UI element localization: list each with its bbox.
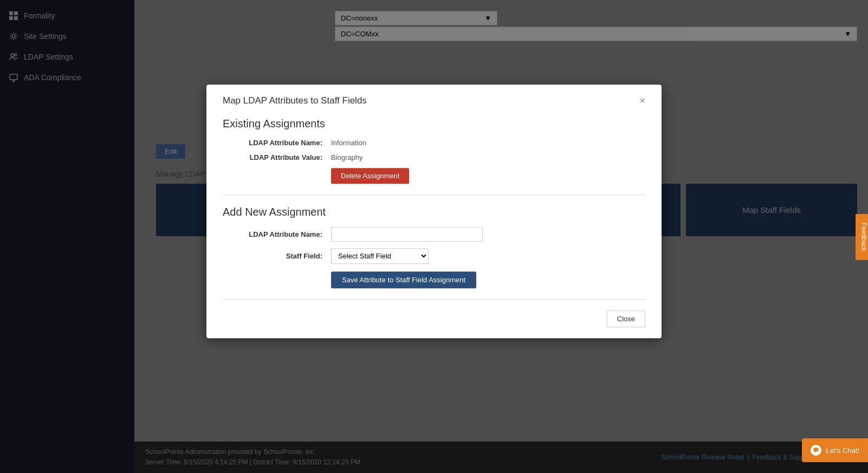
staff-field-label: Staff Field: — [223, 252, 331, 260]
save-assignment-button[interactable]: Save Attribute to Staff Field Assignment — [331, 271, 476, 288]
existing-section-title: Existing Assignments — [223, 118, 645, 130]
modal: Map LDAP Attributes to Staff Fields × Ex… — [206, 85, 662, 338]
modal-close-button[interactable]: × — [639, 95, 645, 107]
existing-value-value: Biography — [331, 153, 363, 161]
existing-name-row: LDAP Attribute Name: Information — [223, 139, 645, 147]
feedback-tab[interactable]: Feedback — [856, 213, 868, 260]
add-name-row: LDAP Attribute Name: — [223, 227, 645, 242]
staff-field-select[interactable]: Select Staff Field — [331, 248, 429, 264]
chat-icon — [811, 445, 821, 456]
modal-divider — [223, 195, 645, 195]
add-ldap-attr-name-label: LDAP Attribute Name: — [223, 230, 331, 238]
live-chat-button[interactable]: Let's Chat! — [802, 438, 868, 462]
delete-assignment-button[interactable]: Delete Assignment — [331, 168, 409, 184]
modal-title: Map LDAP Attributes to Staff Fields — [223, 95, 367, 106]
modal-footer-divider — [223, 299, 645, 300]
existing-value-row: LDAP Attribute Value: Biography — [223, 153, 645, 161]
live-chat-label: Let's Chat! — [826, 446, 859, 455]
ldap-attr-value-label: LDAP Attribute Value: — [223, 153, 331, 161]
modal-header: Map LDAP Attributes to Staff Fields × — [223, 95, 645, 107]
modal-close-bottom-button[interactable]: Close — [607, 310, 645, 327]
ldap-attribute-name-input[interactable] — [331, 227, 483, 242]
ldap-attr-name-label: LDAP Attribute Name: — [223, 139, 331, 147]
modal-footer: Close — [223, 310, 645, 327]
existing-assignments-section: Existing Assignments LDAP Attribute Name… — [223, 118, 645, 184]
staff-field-row: Staff Field: Select Staff Field ▼ — [223, 248, 645, 264]
add-assignment-section: Add New Assignment LDAP Attribute Name: … — [223, 206, 645, 288]
existing-name-value: Information — [331, 139, 366, 147]
add-section-title: Add New Assignment — [223, 206, 645, 218]
